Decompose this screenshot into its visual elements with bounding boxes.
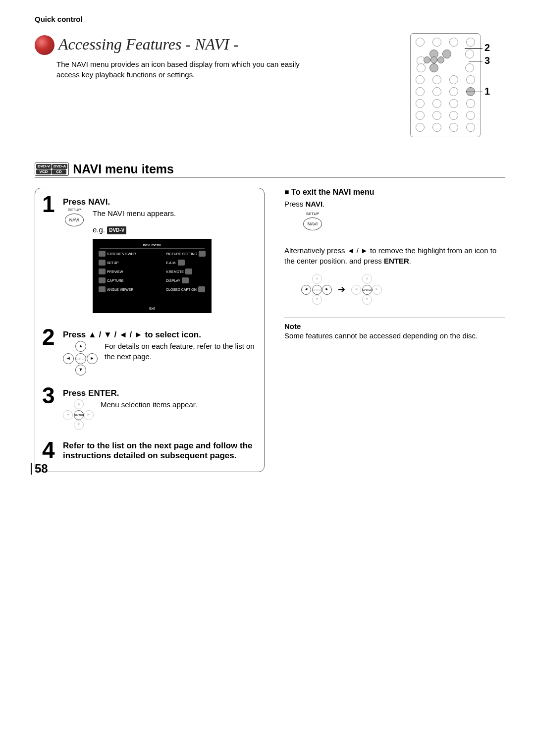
step-number: 3 [42,385,59,406]
step-3: 3 Press ENTER. ▲ ▼ ◄ ► ENTER Menu select… [42,385,255,430]
accent-sphere-icon [35,35,54,55]
note-text: Some features cannot be accessed dependi… [284,330,505,341]
dpad-icon: ▲ ▼ ◄ ► ENTER [63,341,98,376]
step-heading: Refer to the list on the next page and f… [63,441,255,461]
callout-1: 1 [484,86,490,97]
exit-text: Press NAVI. [284,199,505,209]
exit-alt-text: Alternatively press ◄ / ► to remove the … [284,245,505,266]
callout-3: 3 [484,55,490,66]
step-number: 1 [42,194,59,215]
step-number: 2 [42,327,59,347]
steps-panel: 1 Press NAVI. SETUP NAVI The NAVI menu a… [35,188,265,472]
step-heading: Press NAVI. [63,197,255,207]
divider [284,318,505,318]
step-text: Menu selection items appear. [101,399,255,410]
breadcrumb: Quick control [35,15,505,23]
dpad-transition-diagram: ▲ ▼ ◄ ► ENTER ➔ ▲ ▼ ◄ ► ENTER [301,274,505,305]
page-number: 58 [31,463,48,475]
note-heading: Note [284,322,505,330]
page-title: Accessing Features - NAVI - [58,35,238,54]
section-heading: NAVI menu items [73,162,174,176]
arrow-right-icon: ➔ [338,284,345,295]
navi-menu-screenshot: navi menu STROBE VIEWER SETUP PREVIEW CA… [93,239,212,313]
disc-type-badges: DVD-V DVD-A VCD CD [35,162,69,176]
step-2: 2 Press ▲ / ▼ / ◄ / ► to select icon. ▲ … [42,327,255,376]
remote-diagram [410,33,481,137]
step-4: 4 Refer to the list on the next page and… [42,440,255,462]
navi-button-icon: SETUP NAVI [63,208,86,226]
dpad-enter-icon: ▲ ▼ ◄ ► ENTER [63,399,94,430]
page-subtitle: The NAVI menu provides an icon based dis… [56,59,324,80]
step-heading: Press ENTER. [63,388,255,398]
step-1: 1 Press NAVI. SETUP NAVI The NAVI menu a… [42,194,255,317]
callout-2: 2 [484,42,490,54]
step-heading: Press ▲ / ▼ / ◄ / ► to select icon. [63,330,255,340]
navi-button-icon: SETUP NAVI [301,212,324,230]
disc-badge: DVD-V [107,226,126,234]
step-number: 4 [42,440,59,460]
step-text: The NAVI menu appears. [93,208,255,218]
step-text: For details on each feature, refer to th… [105,341,255,362]
exit-heading: ■ To exit the NAVI menu [284,188,505,197]
